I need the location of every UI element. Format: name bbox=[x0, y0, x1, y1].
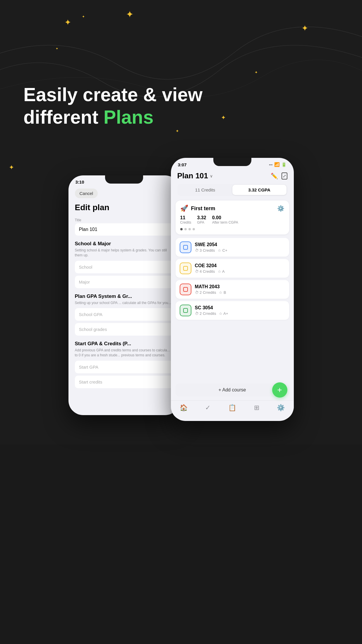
course-code-swe: SWE 2054 bbox=[195, 242, 285, 247]
edit-icon[interactable]: ✏️ bbox=[271, 172, 278, 179]
star-4: ✦ bbox=[301, 23, 308, 33]
star-2: ✦ bbox=[82, 15, 85, 19]
dot-2 bbox=[184, 228, 187, 230]
nav-settings-icon[interactable]: ⚙️ bbox=[277, 404, 285, 412]
credits-tab[interactable]: 11 Credits bbox=[178, 185, 232, 195]
start-gpa-input[interactable]: Start GPA bbox=[75, 361, 173, 373]
term-header: 🚀 First term ⚙️ bbox=[180, 205, 284, 212]
plan-header: Plan 101 ∨ ✏️ ⤢ bbox=[171, 169, 294, 184]
school-major-desc: Setting school & major helps system & gr… bbox=[75, 248, 173, 258]
term-card: 🚀 First term ⚙️ 11 Credits 3.32 GPA bbox=[176, 201, 289, 234]
phones-section: ✦ 3:10 Cancel Edit plan Title Plan 101 S… bbox=[0, 152, 362, 444]
dot-4 bbox=[193, 228, 195, 230]
term-gear-icon[interactable]: ⚙️ bbox=[277, 205, 284, 212]
status-icons: ··· 📶 🔋 bbox=[269, 162, 287, 167]
school-input[interactable]: School bbox=[75, 261, 173, 273]
cancel-button[interactable]: Cancel bbox=[75, 189, 98, 198]
course-meta-swe: ⏱ 3 Credits ☆ C+ bbox=[195, 248, 285, 253]
term-after-cgpa-label: After term CGPA bbox=[212, 220, 238, 225]
star-8: ✦ bbox=[56, 47, 58, 51]
left-phone-notch bbox=[105, 175, 143, 184]
left-phone: 3:10 Cancel Edit plan Title Plan 101 Sch… bbox=[68, 175, 180, 415]
course-icon-math bbox=[180, 284, 191, 295]
start-credits-input[interactable]: Start credits bbox=[75, 376, 173, 388]
plan-title-row: Plan 101 ∨ bbox=[177, 171, 213, 180]
star-7: ✦ bbox=[255, 70, 258, 75]
plan-title: Plan 101 bbox=[177, 171, 208, 180]
course-icon-coe bbox=[180, 263, 191, 274]
right-time: 3:07 bbox=[178, 162, 187, 167]
school-major-section: School & Major Setting school & major he… bbox=[75, 241, 173, 288]
course-grade-math: ☆ B bbox=[219, 290, 226, 295]
right-phone-content: Plan 101 ∨ ✏️ ⤢ 11 Credits 3.32 CGPA 🚀 bbox=[171, 169, 294, 417]
course-info-math: MATH 2043 ⏱ 2 Crredits ☆ B bbox=[195, 284, 285, 295]
right-phone-notch bbox=[213, 158, 251, 166]
wifi-icon: 📶 bbox=[274, 162, 280, 167]
hero-text: Easily create & view different Plans bbox=[23, 84, 203, 129]
gpa-desc: Setting up your school GPA ... calculate… bbox=[75, 301, 173, 305]
edit-plan-title: Edit plan bbox=[75, 203, 173, 212]
term-gpa-label: GPA bbox=[197, 220, 206, 225]
term-gpa-value: 3.32 bbox=[197, 215, 206, 220]
course-grade-swe: ☆ C+ bbox=[218, 248, 227, 253]
course-info-coe: COE 3204 ⏱ 4 Credits ☆ A bbox=[195, 263, 285, 274]
nav-calendar-icon[interactable]: 📋 bbox=[228, 404, 236, 412]
nav-check-icon[interactable]: ✓ bbox=[205, 404, 210, 412]
term-name: First term bbox=[191, 206, 215, 212]
course-meta-coe: ⏱ 4 Credits ☆ A bbox=[195, 269, 285, 274]
school-major-heading: School & Major bbox=[75, 241, 173, 247]
star-phone-1: ✦ bbox=[9, 164, 14, 171]
hero-section: ✦ ✦ ✦ ✦ ✦ ✦ ✦ ✦ Easily create & view dif… bbox=[0, 0, 362, 152]
edit-plan-header: Cancel bbox=[75, 186, 173, 203]
course-code-math: MATH 2043 bbox=[195, 284, 285, 289]
hero-line2-green: Plans bbox=[104, 107, 154, 128]
course-item-sc3054[interactable]: SC 3054 ⏱ 2 Crredits ☆ A+ bbox=[176, 301, 289, 320]
term-title-row: 🚀 First term bbox=[180, 205, 215, 212]
credits-cgpa-tabs: 11 Credits 3.32 CGPA bbox=[177, 184, 287, 196]
gpa-system-section: Plan GPA System & Gr... Setting up your … bbox=[75, 293, 173, 336]
term-after-cgpa-value: 0.00 bbox=[212, 215, 238, 220]
course-credits-swe: ⏱ 3 Credits bbox=[195, 248, 215, 253]
course-item-math2043[interactable]: MATH 2043 ⏱ 2 Crredits ☆ B bbox=[176, 280, 289, 299]
left-phone-content: Cancel Edit plan Title Plan 101 School &… bbox=[68, 186, 180, 411]
term-after-cgpa-stat: 0.00 After term CGPA bbox=[212, 215, 238, 225]
nav-home-icon[interactable]: 🏠 bbox=[180, 404, 188, 412]
course-credits-sc: ⏱ 2 Crredits bbox=[195, 311, 216, 316]
start-desc: Add previous GPA and credits terms and c… bbox=[75, 348, 173, 358]
plan-chevron-icon[interactable]: ∨ bbox=[210, 174, 213, 178]
term-stats: 11 Credits 3.32 GPA 0.00 After term CGPA bbox=[180, 215, 284, 225]
right-phone: 3:07 ··· 📶 🔋 Plan 101 ∨ ✏️ ⤢ bbox=[171, 158, 294, 421]
term-credits-value: 11 bbox=[180, 215, 191, 220]
course-icon-sc bbox=[180, 305, 191, 316]
term-gpa-stat: 3.32 GPA bbox=[197, 215, 206, 225]
course-info-sc: SC 3054 ⏱ 2 Crredits ☆ A+ bbox=[195, 305, 285, 316]
major-input[interactable]: Major bbox=[75, 276, 173, 288]
svg-rect-0 bbox=[183, 245, 188, 249]
resize-icon[interactable]: ⤢ bbox=[282, 172, 287, 179]
courses-list: SWE 2054 ⏱ 3 Credits ☆ C+ bbox=[171, 238, 294, 383]
left-time: 3:10 bbox=[76, 179, 84, 184]
nav-grid-icon[interactable]: ⊞ bbox=[254, 404, 259, 412]
course-code-sc: SC 3054 bbox=[195, 305, 285, 310]
star-5: ✦ bbox=[221, 114, 226, 121]
star-3: ✦ bbox=[126, 9, 134, 20]
term-credits-stat: 11 Credits bbox=[180, 215, 191, 225]
title-input[interactable]: Plan 101 bbox=[75, 223, 173, 236]
title-label: Title bbox=[75, 218, 173, 222]
hero-line2-normal: different bbox=[23, 107, 104, 128]
carousel-dots bbox=[180, 228, 284, 230]
course-item-swe2054[interactable]: SWE 2054 ⏱ 3 Credits ☆ C+ bbox=[176, 238, 289, 257]
course-icon-swe bbox=[180, 241, 191, 253]
course-item-coe3204[interactable]: COE 3204 ⏱ 4 Credits ☆ A bbox=[176, 259, 289, 278]
cgpa-tab[interactable]: 3.32 CGPA bbox=[232, 185, 286, 195]
school-gpa-input[interactable]: School GPA bbox=[75, 308, 173, 321]
school-grades-input[interactable]: School grades bbox=[75, 323, 173, 336]
course-grade-sc: ☆ A+ bbox=[219, 311, 228, 316]
course-grade-coe: ☆ A bbox=[218, 269, 225, 274]
plan-actions: ✏️ ⤢ bbox=[271, 172, 287, 179]
fab-add-button[interactable]: + bbox=[272, 382, 287, 398]
signal-icon: ··· bbox=[269, 162, 273, 167]
svg-rect-3 bbox=[183, 308, 188, 312]
svg-rect-2 bbox=[183, 287, 188, 291]
term-emoji: 🚀 bbox=[180, 205, 188, 212]
